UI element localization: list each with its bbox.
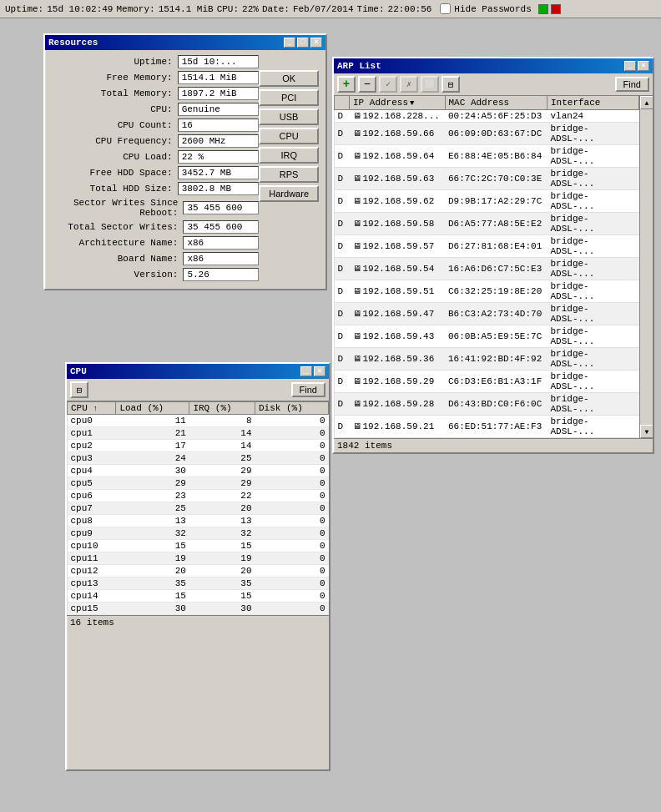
arp-add-button[interactable]: + xyxy=(337,76,356,93)
arp-ip-cell: 🖥192.168.59.28 xyxy=(350,393,446,416)
arp-flag-cell: D xyxy=(335,258,350,280)
arp-flag-cell: D xyxy=(335,371,350,393)
resources-minimize-button[interactable]: _ xyxy=(284,38,295,48)
arp-mac-cell: E6:88:4E:05:B6:84 xyxy=(445,145,547,168)
version-row: Version: 5.26 xyxy=(52,268,259,281)
date-label: Date: xyxy=(262,4,290,14)
cpu-load-cell: 32 xyxy=(116,527,189,540)
cpu-col-irq[interactable]: IRQ (%) xyxy=(189,402,255,415)
cpu-table-row[interactable]: cpu1 21 14 0 xyxy=(68,427,329,440)
arp-ip-cell: 🖥192.168.59.66 xyxy=(350,123,446,145)
arp-minimize-button[interactable]: _ xyxy=(624,61,636,71)
arp-table-row[interactable]: D 🖥192.168.59.64 E6:88:4E:05:B6:84 bridg… xyxy=(335,145,653,168)
arp-table-row[interactable]: D 🖥192.168.59.63 66:7C:2C:70:C0:3E bridg… xyxy=(335,168,653,190)
arp-scroll-up[interactable]: ▲ xyxy=(640,96,653,109)
cpu-table-row[interactable]: cpu11 19 19 0 xyxy=(68,552,329,565)
resources-maximize-button[interactable]: □ xyxy=(297,38,309,48)
cpu-col-disk[interactable]: Disk (%) xyxy=(255,402,328,415)
arp-ip-cell: 🖥192.168.59.29 xyxy=(350,371,446,393)
arp-table-row[interactable]: D 🖥192.168.59.66 06:09:0D:63:67:DC bridg… xyxy=(335,123,653,145)
cpu-row: CPU: Genuine xyxy=(52,103,259,116)
arp-edit-button[interactable]: ✓ xyxy=(379,76,397,93)
free-memory-label: Free Memory: xyxy=(52,73,178,83)
cpu-table-row[interactable]: cpu9 32 32 0 xyxy=(68,527,329,540)
cpu-col-name[interactable]: CPU ↑ xyxy=(68,402,116,415)
cpu-disk-cell: 0 xyxy=(255,502,328,515)
arp-table-row[interactable]: D 🖥192.168.59.28 D6:43:BD:C0:F6:0C bridg… xyxy=(335,393,653,416)
cpu-col-load[interactable]: Load (%) xyxy=(116,402,189,415)
cpu-table-row[interactable]: cpu14 15 15 0 xyxy=(68,590,329,603)
arp-table-row[interactable]: D 🖥192.168.59.47 B6:C3:A2:73:4D:70 bridg… xyxy=(335,303,653,325)
cpu-irq-cell: 32 xyxy=(189,527,255,540)
cpu-disk-cell: 0 xyxy=(255,603,328,615)
pci-button[interactable]: PCI xyxy=(259,89,319,106)
cpu-disk-cell: 0 xyxy=(255,552,328,565)
cpu-table-row[interactable]: cpu0 11 8 0 xyxy=(68,415,329,427)
hardware-button[interactable]: Hardware xyxy=(259,185,319,202)
hide-passwords-checkbox[interactable] xyxy=(440,3,451,14)
arp-mac-cell: C6:D3:E6:B1:A3:1F xyxy=(445,371,547,393)
cpu-disk-cell: 0 xyxy=(255,490,328,502)
arp-col-flag[interactable] xyxy=(335,96,350,110)
cpu-disk-cell: 0 xyxy=(255,477,328,490)
arp-table-row[interactable]: D 🖥192.168.228... 00:24:A5:6F:25:D3 vlan… xyxy=(335,110,653,123)
arp-filter-button[interactable]: ⊟ xyxy=(442,76,460,93)
arp-table-row[interactable]: D 🖥192.168.59.57 D6:27:81:68:E4:01 bridg… xyxy=(335,235,653,258)
cpu-disk-cell: 0 xyxy=(255,427,328,440)
arp-table-row[interactable]: D 🖥192.168.59.36 16:41:92:BD:4F:92 bridg… xyxy=(335,348,653,371)
arp-col-iface[interactable]: Interface xyxy=(547,96,639,110)
cpu-table-row[interactable]: cpu8 13 13 0 xyxy=(68,515,329,527)
arp-cancel-button[interactable]: ✗ xyxy=(400,76,418,93)
resources-close-button[interactable]: × xyxy=(310,38,322,48)
cpu-table-row[interactable]: cpu13 35 35 0 xyxy=(68,577,329,590)
arp-table-wrapper: IP Address▼ MAC Address Interface D 🖥192… xyxy=(334,96,653,438)
usb-button[interactable]: USB xyxy=(259,108,319,125)
cpu-table-row[interactable]: cpu4 30 29 0 xyxy=(68,465,329,477)
arp-table-row[interactable]: D 🖥192.168.59.29 C6:D3:E6:B1:A3:1F bridg… xyxy=(335,371,653,393)
arp-status: 1842 items xyxy=(334,438,653,452)
arp-table-row[interactable]: D 🖥192.168.59.21 66:ED:51:77:AE:F3 bridg… xyxy=(335,416,653,438)
arp-flag-cell: D xyxy=(335,325,350,348)
arp-copy-button[interactable]: ⬜ xyxy=(421,76,439,93)
arp-table-row[interactable]: D 🖥192.168.59.62 D9:9B:17:A2:29:7C bridg… xyxy=(335,190,653,213)
cpu-button[interactable]: CPU xyxy=(259,128,319,144)
cpu-table-row[interactable]: cpu15 30 30 0 xyxy=(68,603,329,615)
arp-table-row[interactable]: D 🖥192.168.59.54 16:A6:D6:C7:5C:E3 bridg… xyxy=(335,258,653,280)
version-value: 5.26 xyxy=(183,268,259,281)
rps-button[interactable]: RPS xyxy=(259,166,319,183)
cpu-filter-button[interactable]: ⊟ xyxy=(70,381,88,398)
cpu-table-row[interactable]: cpu12 20 20 0 xyxy=(68,565,329,577)
cpu-table-row[interactable]: cpu2 17 14 0 xyxy=(68,440,329,452)
cpu-freq-label: CPU Frequency: xyxy=(52,136,178,146)
cpu-find-button[interactable]: Find xyxy=(291,382,325,397)
cpu-table-row[interactable]: cpu5 29 29 0 xyxy=(68,477,329,490)
irq-button[interactable]: IRQ xyxy=(259,147,319,164)
arp-table-row[interactable]: D 🖥192.168.59.58 D6:A5:77:A8:5E:E2 bridg… xyxy=(335,213,653,235)
arp-col-mac[interactable]: MAC Address xyxy=(445,96,547,110)
cpu-close-button[interactable]: × xyxy=(314,366,325,376)
arp-col-ip[interactable]: IP Address▼ xyxy=(350,96,446,110)
cpu-table-row[interactable]: cpu6 23 22 0 xyxy=(68,490,329,502)
arp-table-row[interactable]: D 🖥192.168.59.51 C6:32:25:19:8E:20 bridg… xyxy=(335,280,653,303)
arp-iface-cell: bridge-ADSL-... xyxy=(547,123,639,145)
arp-remove-button[interactable]: − xyxy=(358,76,376,93)
arp-scrollbar[interactable]: ▲ ▼ xyxy=(639,96,653,438)
cpu-disk-cell: 0 xyxy=(255,527,328,540)
total-sector-row: Total Sector Writes: 35 455 600 xyxy=(52,220,259,234)
cpu-minimize-button[interactable]: _ xyxy=(300,366,312,376)
arp-iface-cell: bridge-ADSL-... xyxy=(547,416,639,438)
board-row: Board Name: x86 xyxy=(52,252,259,265)
arp-table-row[interactable]: D 🖥192.168.59.43 06:0B:A5:E9:5E:7C bridg… xyxy=(335,325,653,348)
arp-scroll-thumb-area[interactable] xyxy=(640,109,653,425)
arp-scroll-down[interactable]: ▼ xyxy=(640,425,653,438)
cpu-table-row[interactable]: cpu3 24 25 0 xyxy=(68,452,329,465)
cpu-table-row[interactable]: cpu10 15 15 0 xyxy=(68,540,329,552)
arp-find-button[interactable]: Find xyxy=(615,77,649,92)
cpu-table-container: CPU ↑ Load (%) IRQ (%) Disk (%) cpu0 11 … xyxy=(67,401,329,615)
cpu-load-cell: 15 xyxy=(116,590,189,603)
cpu-name-cell: cpu6 xyxy=(68,490,116,502)
cpu-load-cell: 23 xyxy=(116,490,189,502)
arp-close-button[interactable]: × xyxy=(638,61,649,71)
cpu-table-row[interactable]: cpu7 25 20 0 xyxy=(68,502,329,515)
ok-button[interactable]: OK xyxy=(259,70,319,87)
